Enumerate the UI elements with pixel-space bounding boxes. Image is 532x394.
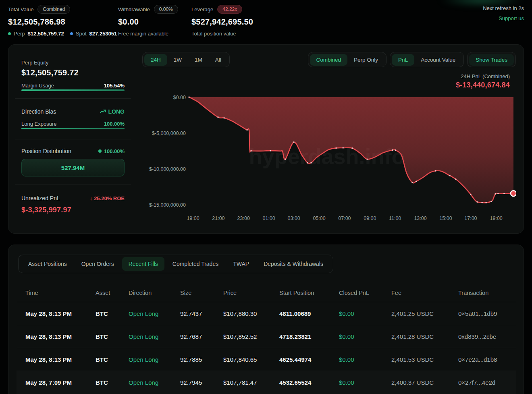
cell-transaction-link[interactable]: 0×5a01...1db9 — [458, 310, 516, 317]
direction-bias-row: Direction Bias LONG — [21, 108, 125, 115]
toggle-perp-only-button[interactable]: Perp Only — [347, 54, 384, 66]
col-size: Size — [180, 290, 223, 296]
perp-equity-label: Perp Equity — [21, 60, 48, 66]
tab-asset-positions[interactable]: Asset Positions — [22, 257, 73, 271]
equity-chart-card: Perp Equity $12,505,759.72 Margin Usage … — [8, 44, 524, 234]
y-axis-tick: $-10,000,000.00 — [149, 166, 186, 172]
spot-dot-icon — [70, 32, 73, 35]
x-axis-tick: 13:00 — [414, 216, 426, 221]
direction-bias-label: Direction Bias — [21, 108, 56, 115]
cell-closed-pnl: $0.00 — [339, 379, 391, 386]
distribution-segment[interactable]: 527.94M — [21, 159, 125, 176]
total-value-label: Total Value — [8, 6, 33, 12]
tab-recent-fills[interactable]: Recent Fills — [122, 257, 164, 271]
range-1m-button[interactable]: 1M — [188, 54, 209, 66]
cell-transaction-link[interactable]: 0×27f7...4e2d — [458, 379, 516, 386]
cell-fee: 2,401.25 USDC — [391, 310, 458, 317]
cell-fee: 2,401.28 USDC — [391, 333, 458, 340]
data-point-dot — [246, 129, 247, 131]
tab-twap[interactable]: TWAP — [227, 257, 256, 271]
data-point-dot — [485, 202, 486, 203]
latest-point-marker — [511, 191, 516, 196]
data-point-dot — [307, 162, 308, 163]
withdrawable-label: Withdrawable — [118, 6, 150, 12]
withdrawable-block: Withdrawable 0.00% $0.00 Free margin ava… — [118, 5, 178, 37]
top-glow-decoration — [438, 0, 526, 6]
data-point-dot — [250, 150, 251, 151]
margin-usage-row: Margin Usage 105.54% — [21, 83, 125, 89]
total-value-block: Total Value Combined $12,505,786.98 Perp… — [8, 5, 117, 37]
leverage-block: Leverage 42.22x $527,942,695.50 Total po… — [191, 5, 253, 37]
x-axis-tick: 17:00 — [464, 216, 477, 221]
spot-label: Spot — [76, 31, 87, 37]
x-axis-tick: 07:00 — [338, 216, 351, 221]
data-point-dot — [270, 150, 271, 151]
col-asset: Asset — [96, 290, 129, 296]
perp-label: Perp — [14, 31, 25, 37]
table-header-row: Time Asset Direction Size Price Start Po… — [17, 284, 516, 302]
data-point-dot — [495, 193, 496, 195]
leverage-amount: $527,942,695.50 — [191, 17, 253, 27]
range-1w-button[interactable]: 1W — [167, 54, 188, 66]
cell-closed-pnl: $0.00 — [339, 333, 391, 340]
cell-size: 92.7687 — [180, 333, 223, 340]
data-point-dot — [343, 147, 344, 148]
toggle-pnl-button[interactable]: PnL — [392, 54, 414, 66]
cell-start-position: 4625.44974 — [279, 356, 339, 363]
data-point-dot — [411, 182, 413, 183]
tab-completed-trades[interactable]: Completed Trades — [166, 257, 225, 271]
chart-pnl-summary: 24H PnL (Combined) $-13,440,674.84 — [456, 73, 510, 89]
col-time: Time — [17, 290, 96, 296]
scope-toggle-group: Combined Perp Only — [308, 52, 387, 67]
divider — [15, 139, 131, 139]
col-transaction: Transaction — [458, 290, 516, 296]
cell-asset: BTC — [96, 310, 129, 317]
perp-value: $12,505,759.72 — [27, 31, 64, 37]
tab-deposits-withdrawals[interactable]: Deposits & Withdrawals — [257, 257, 330, 271]
perp-dot-icon — [8, 32, 11, 35]
cell-size: 92.7945 — [180, 379, 223, 386]
unrealized-pnl-row: Unrealized PnL ↓ 25.20% ROE — [21, 195, 125, 201]
cell-price: $107,840.65 — [223, 356, 279, 363]
long-exposure-bar — [21, 128, 125, 129]
cell-time: May 28, 8:13 PM — [17, 333, 96, 340]
cell-size: 92.7885 — [180, 356, 223, 363]
withdrawable-sub: Free margin available — [118, 31, 178, 37]
cell-direction: Open Long — [129, 310, 180, 317]
tab-open-orders[interactable]: Open Orders — [75, 257, 121, 271]
table-row: May 28, 7:09 PM BTC Open Long 92.7945 $1… — [17, 371, 516, 394]
data-point-dot — [476, 201, 478, 203]
unrealized-pnl-value: $-3,325,997.97 — [21, 206, 71, 214]
data-point-dot — [395, 149, 396, 151]
toggle-account-value-button[interactable]: Account Value — [414, 54, 462, 66]
cell-transaction-link[interactable]: 0xd839...2cbe — [458, 333, 516, 340]
spot-value: $27.253051 — [89, 31, 117, 37]
show-trades-group: Show Trades — [467, 52, 516, 67]
data-point-dot — [503, 193, 505, 194]
perp-equity-value: $12,505,759.72 — [21, 68, 79, 77]
support-us-link[interactable]: Support us — [483, 15, 524, 21]
toggle-combined-button[interactable]: Combined — [310, 54, 348, 66]
cell-time: May 28, 8:13 PM — [17, 356, 96, 363]
range-all-button[interactable]: All — [209, 54, 228, 66]
x-axis-tick: 01:00 — [262, 216, 275, 221]
top-right-block: Next refresh in 2s Support us — [483, 5, 524, 21]
data-point-dot — [392, 149, 393, 151]
leverage-badge: 42.22x — [217, 5, 242, 14]
cell-asset: BTC — [96, 333, 129, 340]
combined-badge[interactable]: Combined — [37, 5, 70, 14]
cell-transaction-link[interactable]: 0×7e2a...d1b8 — [458, 356, 516, 363]
unrealized-pnl-label: Unrealized PnL — [21, 195, 60, 201]
range-24h-button[interactable]: 24H — [144, 54, 167, 66]
data-point-dot — [285, 158, 286, 160]
divider — [15, 185, 131, 185]
data-point-dot — [455, 178, 456, 180]
data-point-dot — [481, 202, 482, 203]
data-point-dot — [435, 170, 436, 171]
pnl-area-chart[interactable]: hyperdash.info$0.00$-5,000,000.00$-10,00… — [145, 92, 516, 225]
x-axis-tick: 19:00 — [187, 216, 199, 221]
cell-direction: Open Long — [129, 379, 180, 386]
show-trades-button[interactable]: Show Trades — [469, 54, 514, 66]
trending-up-icon — [100, 108, 106, 115]
cell-direction: Open Long — [129, 356, 180, 363]
